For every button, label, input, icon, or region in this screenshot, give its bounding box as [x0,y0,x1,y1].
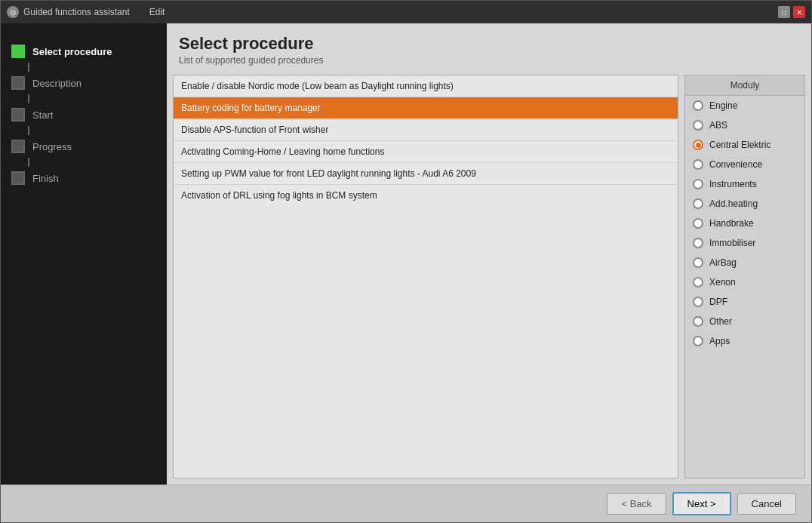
module-item-handbrake[interactable]: Handbrake [685,214,804,233]
sidebar-item-progress[interactable]: Progress [11,135,156,158]
radio-button [693,257,703,268]
radio-button [693,179,703,189]
footer: < Back Next > Cancel [1,485,811,522]
step-indicator-finish [11,171,25,185]
step-line-4 [28,158,29,167]
titlebar-menu[interactable]: Edit [149,7,165,17]
maximize-button[interactable]: □ [778,6,790,18]
module-label: Xenon [709,277,736,288]
step-indicator-select-procedure [11,45,25,58]
radio-button [693,297,703,307]
content-area: Select procedure List of supported guide… [167,23,811,485]
module-item-airbag[interactable]: AirBag [685,253,804,272]
radio-button [693,198,703,209]
page-title: Select procedure [179,34,799,54]
step-connector-3 [11,126,156,135]
radio-button [693,159,703,170]
step-indicator-description [11,76,25,90]
radio-button [693,218,703,229]
module-label: Add.heating [709,198,758,209]
procedure-item[interactable]: Battery coding for battery manager [174,97,678,119]
step-connector-1 [11,63,156,72]
module-item-instruments[interactable]: Instruments [685,174,804,194]
close-button[interactable]: ✕ [793,6,805,18]
titlebar-controls: □ ✕ [778,6,805,18]
module-label: Central Elektric [709,140,770,150]
module-label: Instruments [709,179,757,189]
procedure-item[interactable]: Activation of DRL using fog lights in BC… [174,185,678,206]
module-label: Other [709,316,732,327]
module-item-immobiliser[interactable]: Immobiliser [685,233,804,253]
sidebar-item-select-procedure[interactable]: Select procedure [11,40,156,63]
module-label: Engine [709,100,737,111]
module-item-apps[interactable]: Apps [685,331,804,351]
back-button[interactable]: < Back [607,493,666,515]
content-body: Enable / disable Nordic mode (Low beam a… [167,69,811,485]
main-window: ⊙ Guided functions assistant Edit □ ✕ Se… [0,0,812,523]
sidebar-label-select-procedure: Select procedure [32,46,112,57]
app-icon: ⊙ [7,6,19,18]
sidebar-label-description: Description [32,78,82,89]
procedure-list[interactable]: Enable / disable Nordic mode (Low beam a… [173,75,678,478]
radio-button [693,100,703,111]
titlebar-left: ⊙ Guided functions assistant Edit [7,6,165,18]
radio-button [693,277,703,288]
modules-header: Moduly [685,75,804,96]
radio-button [693,140,703,150]
step-indicator-start [11,108,25,122]
step-connector-2 [11,94,156,103]
module-item-other[interactable]: Other [685,312,804,331]
main-content: Select procedure Description Start [1,23,811,485]
next-button[interactable]: Next > [672,492,731,515]
titlebar: ⊙ Guided functions assistant Edit □ ✕ [1,1,811,23]
module-label: Handbrake [709,218,754,229]
sidebar-steps: Select procedure Description Start [1,31,167,198]
module-label: Apps [709,336,730,346]
sidebar-label-progress: Progress [32,141,72,152]
module-item-xenon[interactable]: Xenon [685,272,804,292]
module-label: Immobiliser [709,238,755,248]
radio-button [693,336,703,346]
sidebar-item-start[interactable]: Start [11,103,156,126]
radio-button [693,238,703,248]
module-item-dpf[interactable]: DPF [685,292,804,312]
modules-panel: Moduly EngineABSCentral ElektricConvenie… [684,75,805,478]
module-item-convenience[interactable]: Convenience [685,155,804,174]
sidebar-label-start: Start [32,109,53,121]
procedure-item[interactable]: Disable APS-function of Front wisher [174,119,678,141]
sidebar-item-finish[interactable]: Finish [11,167,156,189]
content-header: Select procedure List of supported guide… [167,23,811,69]
step-indicator-progress [11,140,25,153]
titlebar-title: Guided functions assistant [23,7,130,17]
radio-button [693,120,703,131]
module-label: DPF [709,297,727,307]
cancel-button[interactable]: Cancel [737,493,796,515]
page-subtitle: List of supported guided procedures [179,55,799,66]
step-line-2 [28,94,29,103]
step-line-3 [28,126,29,135]
sidebar: Select procedure Description Start [1,23,167,485]
module-label: AirBag [709,257,737,268]
step-connector-4 [11,158,156,167]
module-label: ABS [709,120,727,131]
module-item-engine[interactable]: Engine [685,96,804,115]
procedure-item[interactable]: Activating Coming-Home / Leaving home fu… [174,141,678,163]
sidebar-item-description[interactable]: Description [11,72,156,94]
sidebar-label-finish: Finish [32,173,59,184]
step-line-1 [28,63,29,72]
procedure-item[interactable]: Setting up PWM value for front LED dayli… [174,163,678,185]
module-label: Convenience [709,159,762,170]
module-item-add.heating[interactable]: Add.heating [685,194,804,214]
module-item-abs[interactable]: ABS [685,115,804,135]
radio-button [693,316,703,327]
procedure-item[interactable]: Enable / disable Nordic mode (Low beam a… [174,75,678,97]
module-item-central-elektric[interactable]: Central Elektric [685,135,804,155]
module-list: EngineABSCentral ElektricConvenienceInst… [685,96,804,351]
